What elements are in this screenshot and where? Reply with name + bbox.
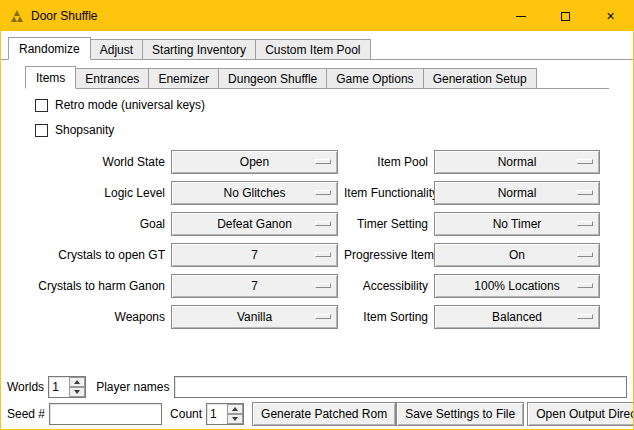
item-functionality-value: Normal (498, 186, 537, 200)
dropdown-indicator-icon (315, 252, 331, 257)
timer-setting-value: No Timer (493, 217, 542, 231)
maximize-button[interactable] (543, 1, 588, 31)
tab-generation-setup[interactable]: Generation Setup (423, 68, 537, 88)
inner-notebook: Items Entrances Enemizer Dungeon Shuffle… (25, 66, 609, 329)
tab-entrances[interactable]: Entrances (75, 68, 149, 88)
weapons-value: Vanilla (237, 310, 272, 324)
tab-starting-inventory[interactable]: Starting Inventory (142, 39, 256, 59)
world-state-value: Open (240, 155, 269, 169)
crystals-harm-ganon-label: Crystals to harm Ganon (25, 274, 165, 298)
dropdown-indicator-icon (577, 314, 593, 319)
item-functionality-dropdown[interactable]: Normal (434, 181, 600, 205)
timer-setting-label: Timer Setting (344, 212, 428, 236)
player-names-input[interactable] (174, 376, 628, 398)
window-title: Door Shuffle (31, 9, 98, 23)
tab-items[interactable]: Items (25, 66, 76, 89)
crystals-harm-ganon-dropdown[interactable]: 7 (171, 274, 338, 298)
close-icon: × (606, 9, 614, 23)
item-sorting-value: Balanced (492, 310, 542, 324)
timer-setting-dropdown[interactable]: No Timer (434, 212, 600, 236)
item-pool-dropdown[interactable]: Normal (434, 150, 600, 174)
seed-label: Seed # (7, 407, 45, 421)
dropdown-indicator-icon (577, 190, 593, 195)
count-spinbox[interactable]: 1 (206, 403, 244, 425)
spin-arrows (227, 404, 243, 424)
worlds-value: 1 (49, 377, 69, 397)
app-window: Door Shuffle × Randomize Adjust Starting… (0, 0, 634, 430)
count-value: 1 (207, 404, 227, 424)
close-button[interactable]: × (588, 1, 633, 31)
worlds-spinbox[interactable]: 1 (48, 376, 86, 398)
world-state-label: World State (25, 150, 165, 174)
spin-down-icon[interactable] (227, 414, 243, 424)
titlebar: Door Shuffle × (1, 1, 633, 31)
seed-input[interactable] (49, 403, 162, 425)
save-settings-button[interactable]: Save Settings to File (396, 402, 524, 426)
progressive-items-dropdown[interactable]: On (434, 243, 600, 267)
tab-adjust[interactable]: Adjust (90, 39, 143, 59)
item-pool-value: Normal (498, 155, 537, 169)
world-state-dropdown[interactable]: Open (171, 150, 338, 174)
item-sorting-label: Item Sorting (344, 305, 428, 329)
spin-down-icon[interactable] (69, 387, 85, 397)
tab-custom-item-pool[interactable]: Custom Item Pool (255, 39, 370, 59)
bottom-bar: Worlds 1 Player names Seed # Count 1 (1, 374, 633, 429)
options-grid: World State Open Item Pool Normal Logic … (25, 150, 609, 329)
worlds-row: Worlds 1 Player names (7, 376, 627, 398)
crystals-harm-ganon-value: 7 (251, 279, 258, 293)
dropdown-indicator-icon (315, 283, 331, 288)
dropdown-indicator-icon (577, 221, 593, 226)
dropdown-indicator-icon (577, 159, 593, 164)
logic-level-dropdown[interactable]: No Glitches (171, 181, 338, 205)
logic-level-value: No Glitches (223, 186, 285, 200)
logic-level-label: Logic Level (25, 181, 165, 205)
inner-tabbar: Items Entrances Enemizer Dungeon Shuffle… (25, 66, 609, 89)
crystals-open-gt-value: 7 (251, 248, 258, 262)
spin-arrows (69, 377, 85, 397)
weapons-label: Weapons (25, 305, 165, 329)
seed-row: Seed # Count 1 Generate Patched Rom Save… (7, 402, 627, 426)
shopsanity-row: Shopsanity (35, 122, 609, 138)
goal-value: Defeat Ganon (217, 217, 292, 231)
accessibility-label: Accessibility (344, 274, 428, 298)
open-output-directory-button[interactable]: Open Output Directory (527, 402, 634, 426)
spin-up-icon[interactable] (69, 377, 85, 387)
tab-dungeon-shuffle[interactable]: Dungeon Shuffle (218, 68, 327, 88)
tab-game-options[interactable]: Game Options (326, 68, 423, 88)
accessibility-value: 100% Locations (474, 279, 559, 293)
accessibility-dropdown[interactable]: 100% Locations (434, 274, 600, 298)
tab-enemizer[interactable]: Enemizer (148, 68, 219, 88)
count-label: Count (170, 407, 202, 421)
generate-patched-rom-button[interactable]: Generate Patched Rom (252, 402, 396, 426)
item-functionality-label: Item Functionality (344, 181, 428, 205)
dropdown-indicator-icon (315, 314, 331, 319)
dropdown-indicator-icon (577, 283, 593, 288)
progressive-items-value: On (509, 248, 525, 262)
dropdown-indicator-icon (315, 190, 331, 195)
crystals-open-gt-dropdown[interactable]: 7 (171, 243, 338, 267)
item-pool-label: Item Pool (344, 150, 428, 174)
goal-label: Goal (25, 212, 165, 236)
retro-mode-checkbox[interactable] (35, 99, 48, 112)
player-names-label: Player names (96, 380, 169, 394)
retro-mode-row: Retro mode (universal keys) (35, 97, 609, 113)
weapons-dropdown[interactable]: Vanilla (171, 305, 338, 329)
tab-randomize[interactable]: Randomize (8, 37, 91, 60)
goal-dropdown[interactable]: Defeat Ganon (171, 212, 338, 236)
minimize-button[interactable] (498, 1, 543, 31)
shopsanity-checkbox[interactable] (35, 124, 48, 137)
item-sorting-dropdown[interactable]: Balanced (434, 305, 600, 329)
items-pane: Retro mode (universal keys) Shopsanity W… (25, 89, 609, 329)
window-controls: × (498, 1, 633, 31)
minimize-icon (516, 16, 526, 17)
dropdown-indicator-icon (315, 159, 331, 164)
crystals-open-gt-label: Crystals to open GT (25, 243, 165, 267)
spin-up-icon[interactable] (227, 404, 243, 414)
shopsanity-label: Shopsanity (55, 123, 114, 137)
worlds-label: Worlds (7, 380, 44, 394)
maximize-icon (561, 12, 570, 21)
progressive-items-label: Progressive Items (344, 243, 428, 267)
outer-tabbar: Randomize Adjust Starting Inventory Cust… (1, 37, 633, 60)
app-icon (9, 8, 25, 24)
dropdown-indicator-icon (577, 252, 593, 257)
